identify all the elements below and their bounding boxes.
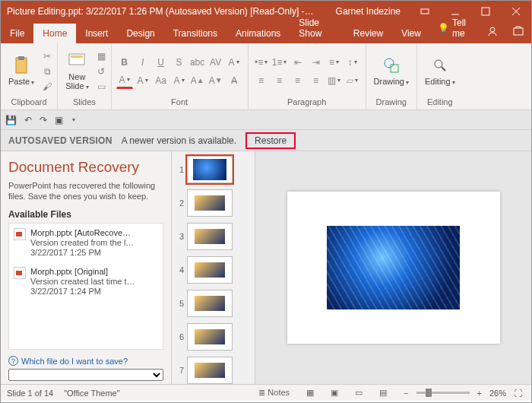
tab-home[interactable]: Home <box>33 24 76 43</box>
editing-button[interactable]: Editing <box>422 54 458 89</box>
font-label: Font <box>116 96 243 106</box>
section-icon[interactable]: ▭ <box>97 81 106 93</box>
align-left-button[interactable]: ≡ <box>253 72 270 89</box>
justify-button[interactable]: ≡ <box>308 72 325 89</box>
thumb-5[interactable]: 5 <box>173 290 253 317</box>
svg-rect-0 <box>421 9 429 14</box>
new-slide-icon <box>67 51 87 71</box>
recovery-file-item[interactable]: Morph.pptx [AutoRecove… Version created … <box>9 224 163 262</box>
thumb-1[interactable]: 1 <box>173 156 253 183</box>
layout-icon[interactable]: ▦ <box>97 50 106 62</box>
copy-icon[interactable]: ⧉ <box>42 65 52 78</box>
thumb-4[interactable]: 4 <box>173 256 253 284</box>
drawing-button[interactable]: Drawing <box>371 54 412 89</box>
svg-line-14 <box>442 67 445 71</box>
paste-button[interactable]: Paste <box>5 54 37 89</box>
grow-font-button[interactable]: A▲ <box>189 72 206 89</box>
recovery-help-link[interactable]: ? Which file do I want to save? <box>8 356 163 366</box>
tab-file[interactable]: File <box>1 24 33 43</box>
text-direction-button[interactable]: ↕ <box>344 54 361 71</box>
font-color-button[interactable]: A <box>116 72 133 89</box>
shadow-button[interactable]: S <box>171 54 188 71</box>
thumb-2[interactable]: 2 <box>173 189 253 217</box>
reset-icon[interactable]: ↺ <box>97 65 106 78</box>
fit-window-icon[interactable]: ⛶ <box>511 389 525 398</box>
thumb-7[interactable]: 7 <box>173 357 253 384</box>
recovery-file-item[interactable]: Morph.pptx [Original] Version created la… <box>9 262 163 301</box>
cut-icon[interactable]: ✂ <box>42 50 52 62</box>
pptx-icon <box>14 228 26 240</box>
paragraph-label: Paragraph <box>253 96 361 106</box>
notes-button[interactable]: ≣ Notes <box>255 388 293 398</box>
strike-button[interactable]: abc <box>189 54 206 71</box>
group-clipboard: Paste ✂ ⧉ 🖌 Clipboard <box>1 43 58 109</box>
tab-animations[interactable]: Animations <box>226 24 290 43</box>
font-size-inc-button[interactable]: A <box>226 54 242 71</box>
new-slide-button[interactable]: New Slide <box>62 49 91 94</box>
tell-me-label: Tell me <box>452 17 472 39</box>
align-center-button[interactable]: ≡ <box>271 72 288 89</box>
reading-view-icon[interactable]: ▭ <box>352 388 366 398</box>
zoom-value[interactable]: 26% <box>489 389 506 398</box>
normal-view-icon[interactable]: ▦ <box>303 388 317 398</box>
paste-icon <box>11 56 31 75</box>
font-size-button[interactable]: A <box>171 72 188 89</box>
numbering-button[interactable]: 1≡ <box>271 54 288 71</box>
bold-button[interactable]: B <box>116 54 133 71</box>
group-slides: New Slide ▦ ↺ ▭ Slides <box>58 43 111 109</box>
file-detail: Version created last time t… <box>30 277 135 287</box>
save-icon[interactable]: 💾 <box>5 115 17 125</box>
current-slide[interactable] <box>287 192 500 344</box>
line-spacing-button[interactable]: ≡ <box>326 54 343 71</box>
slide-picture[interactable] <box>327 226 460 309</box>
tab-insert[interactable]: Insert <box>76 24 117 43</box>
clear-format-button[interactable]: A̶ <box>226 72 242 89</box>
tab-review[interactable]: Review <box>344 24 392 43</box>
tab-design[interactable]: Design <box>117 24 163 43</box>
columns-button[interactable]: ▥ <box>326 72 343 89</box>
format-painter-icon[interactable]: 🖌 <box>42 81 52 93</box>
slide-counter[interactable]: Slide 1 of 14 <box>7 389 53 398</box>
slide-canvas[interactable] <box>255 151 531 384</box>
slideshow-view-icon[interactable]: ▤ <box>376 388 390 398</box>
zoom-control[interactable]: − + 26% ⛶ <box>401 389 525 398</box>
spacing-button[interactable]: AV <box>207 54 224 71</box>
shrink-font-button[interactable]: A▼ <box>207 72 224 89</box>
thumb-3[interactable]: 3 <box>173 223 253 250</box>
svg-rect-12 <box>391 65 398 72</box>
change-case-button[interactable]: Aa <box>153 72 169 89</box>
account-icon[interactable] <box>480 21 505 43</box>
svg-rect-2 <box>482 8 489 15</box>
smartart-button[interactable]: ▱ <box>344 72 361 89</box>
bullets-button[interactable]: •≡ <box>253 54 270 71</box>
indent-inc-button[interactable]: ⇥ <box>308 54 325 71</box>
autosaved-msg: A newer version is available. <box>122 135 236 146</box>
zoom-out-icon[interactable]: − <box>401 389 411 398</box>
zoom-slider[interactable] <box>416 392 470 394</box>
zoom-in-icon[interactable]: + <box>474 389 485 398</box>
qat-customize-icon[interactable] <box>71 116 75 123</box>
highlight-button[interactable]: A <box>135 72 151 89</box>
align-right-button[interactable]: ≡ <box>290 72 306 89</box>
tab-view[interactable]: View <box>392 24 430 43</box>
recovery-file-list: Morph.pptx [AutoRecove… Version created … <box>8 223 163 350</box>
slide-thumbnails[interactable]: 1 2 3 4 5 6 7 <box>172 151 255 384</box>
recovery-dropdown[interactable] <box>8 369 163 381</box>
sorter-view-icon[interactable]: ▣ <box>328 388 341 398</box>
indent-dec-button[interactable]: ⇤ <box>290 54 306 71</box>
share-icon[interactable] <box>505 21 531 43</box>
start-slideshow-icon[interactable]: ▣ <box>55 115 63 125</box>
redo-icon[interactable]: ↷ <box>40 115 47 125</box>
tell-me[interactable]: 💡 Tell me <box>430 13 480 43</box>
undo-icon[interactable]: ↶ <box>24 115 32 125</box>
tab-slideshow[interactable]: Slide Show <box>290 13 344 43</box>
underline-button[interactable]: U <box>153 54 169 71</box>
restore-button[interactable]: Restore <box>245 132 296 149</box>
ribbon: Paste ✂ ⧉ 🖌 Clipboard New Slide ▦ ↺ ▭ Sl… <box>1 43 531 110</box>
thumb-6[interactable]: 6 <box>173 323 253 351</box>
help-icon: ? <box>8 356 18 366</box>
tab-transitions[interactable]: Transitions <box>164 24 226 43</box>
available-files-label: Available Files <box>8 209 163 220</box>
italic-button[interactable]: I <box>135 54 151 71</box>
close-icon[interactable] <box>501 1 531 22</box>
